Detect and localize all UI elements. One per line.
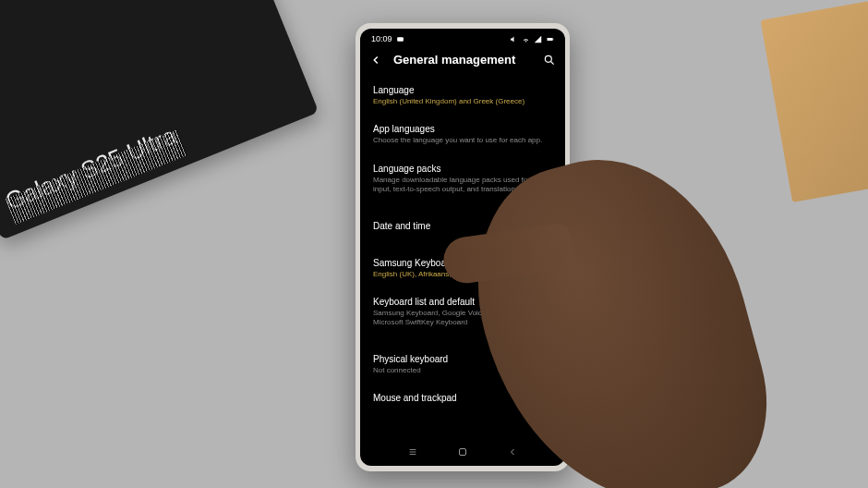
setting-title: Language [373, 84, 552, 96]
back-button[interactable] [369, 54, 382, 67]
clock: 10:09 [371, 34, 392, 43]
setting-title: App languages [373, 123, 552, 135]
page-title: General management [393, 53, 532, 67]
wifi-icon [522, 35, 530, 43]
youtube-icon [396, 35, 404, 43]
navigation-bar [360, 442, 565, 462]
setting-desc: Choose the language you want to use for … [373, 136, 552, 145]
wooden-object [761, 1, 868, 202]
status-bar-right [510, 35, 554, 43]
search-button[interactable] [543, 54, 556, 67]
svg-line-4 [551, 61, 554, 64]
setting-language[interactable]: Language English (United Kingdom) and Gr… [373, 76, 552, 115]
recent-apps-button[interactable] [406, 445, 419, 458]
svg-rect-0 [397, 37, 404, 42]
page-header: General management [360, 47, 565, 76]
svg-rect-2 [553, 38, 554, 40]
product-box: Galaxy S25 Ultra [0, 0, 319, 240]
status-bar: 10:09 [360, 29, 565, 47]
setting-app-languages[interactable]: App languages Choose the language you wa… [373, 115, 552, 153]
signal-icon [534, 35, 542, 43]
nav-back-button[interactable] [506, 445, 519, 458]
status-bar-left: 10:09 [371, 34, 404, 43]
mute-icon [510, 35, 518, 43]
home-button[interactable] [456, 445, 469, 458]
setting-title: Language packs [373, 163, 552, 175]
battery-icon [546, 35, 554, 43]
svg-rect-1 [548, 38, 553, 41]
svg-point-3 [545, 55, 551, 62]
svg-rect-8 [460, 449, 466, 456]
setting-desc: English (United Kingdom) and Greek (Gree… [373, 97, 552, 106]
